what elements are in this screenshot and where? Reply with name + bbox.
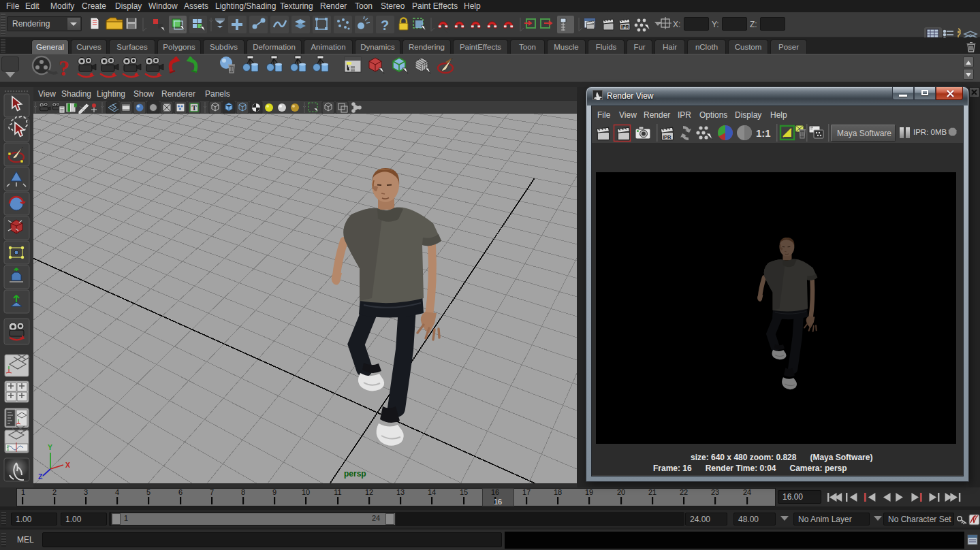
svg-text:persp: persp	[344, 469, 366, 479]
svg-text:11: 11	[334, 488, 341, 496]
svg-text:15: 15	[460, 488, 468, 496]
svg-text:T: T	[192, 103, 197, 112]
svg-text:14: 14	[428, 488, 436, 496]
svg-text:12: 12	[365, 488, 373, 496]
svg-text:22: 22	[680, 488, 688, 496]
svg-text:18: 18	[554, 488, 562, 496]
svg-text:IPR: IPR	[621, 25, 629, 29]
svg-text:X: X	[65, 461, 70, 469]
svg-text:13: 13	[396, 488, 405, 496]
svg-text:8: 8	[241, 488, 245, 496]
svg-text:19: 19	[585, 488, 593, 496]
svg-text:17: 17	[522, 488, 531, 496]
svg-text:21: 21	[648, 488, 657, 496]
svg-text:6: 6	[178, 488, 183, 496]
svg-text:23: 23	[711, 488, 719, 496]
svg-text:3: 3	[84, 488, 88, 496]
svg-text:1:1: 1:1	[756, 127, 771, 139]
svg-text:Z: Z	[38, 472, 43, 481]
svg-text:5: 5	[146, 488, 151, 496]
svg-text:IPR: IPR	[663, 134, 671, 140]
svg-text:20: 20	[617, 488, 625, 496]
svg-text:7: 7	[210, 488, 214, 496]
svg-text:1: 1	[21, 488, 25, 496]
svg-text:?: ?	[59, 56, 69, 80]
svg-text:9: 9	[272, 488, 276, 496]
svg-text:2: 2	[52, 488, 57, 496]
svg-text:4: 4	[115, 488, 119, 496]
svg-text:?: ?	[381, 18, 389, 33]
svg-text:16: 16	[494, 498, 502, 506]
svg-text:Y: Y	[48, 443, 52, 451]
svg-text:10: 10	[302, 488, 310, 496]
svg-text:16: 16	[491, 488, 499, 496]
svg-text:24: 24	[743, 488, 751, 496]
